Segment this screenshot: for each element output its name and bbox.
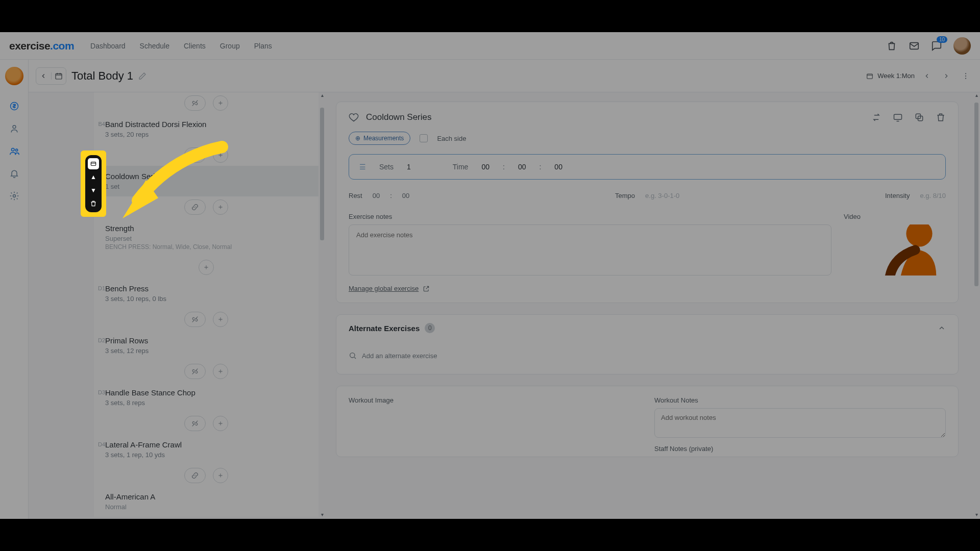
- scroll-down-icon[interactable]: ▾: [973, 512, 980, 519]
- brand-logo: exercise.com: [9, 40, 74, 52]
- add-button[interactable]: ＋: [213, 364, 228, 379]
- brand-name: exercise: [9, 40, 50, 52]
- rest-s[interactable]: 00: [402, 192, 409, 199]
- nav-schedule[interactable]: Schedule: [140, 42, 169, 50]
- trash-icon[interactable]: [936, 112, 946, 122]
- intensity-label: Intensity: [885, 192, 910, 199]
- scroll-thumb[interactable]: [974, 103, 978, 286]
- exercise-notes-input[interactable]: [349, 224, 831, 276]
- nav-dashboard[interactable]: Dashboard: [90, 42, 126, 50]
- people-icon[interactable]: [9, 145, 20, 157]
- user-avatar[interactable]: [953, 37, 971, 55]
- intensity-placeholder[interactable]: e.g. 8/10: [920, 192, 946, 199]
- exercise-code: D4: [96, 441, 105, 447]
- add-alternate-button[interactable]: Add an alternate exercise: [349, 352, 946, 360]
- main-scrollbar[interactable]: ▴ ▾: [973, 92, 980, 519]
- scroll-down-icon[interactable]: ▾: [318, 512, 326, 519]
- toolbar-move-up-icon[interactable]: ▲: [88, 171, 99, 183]
- back-button[interactable]: [36, 72, 52, 80]
- gear-icon[interactable]: [9, 190, 20, 202]
- exercise-item-d2[interactable]: D2 Primal Rows 3 sets, 12 reps: [94, 330, 318, 361]
- time-h[interactable]: 00: [481, 163, 489, 171]
- alternate-exercises-header[interactable]: Alternate Exercises 0: [336, 315, 958, 341]
- mail-icon[interactable]: [909, 40, 920, 52]
- prev-week-button[interactable]: [920, 69, 934, 83]
- list-scrollbar[interactable]: ▴ ▾: [318, 92, 326, 519]
- add-button[interactable]: ＋: [213, 199, 228, 215]
- add-button[interactable]: ＋: [213, 147, 228, 163]
- workout-notes-input[interactable]: [654, 408, 946, 438]
- exercise-detail: BENCH PRESS: Normal, Wide, Close, Normal: [105, 243, 309, 251]
- floating-toolbar-highlight: ▲ ▼: [81, 151, 106, 217]
- next-week-button[interactable]: [939, 69, 953, 83]
- svg-point-15: [350, 353, 355, 358]
- exercise-name: Handle Base Stance Chop: [105, 388, 309, 397]
- each-side-checkbox[interactable]: [420, 134, 428, 142]
- time-m[interactable]: 00: [518, 163, 526, 171]
- person-icon[interactable]: [9, 123, 20, 134]
- svg-point-10: [13, 195, 15, 197]
- exercise-item-cooldown[interactable]: Cooldown Series 1 set: [94, 166, 318, 196]
- add-button[interactable]: ＋: [213, 95, 228, 111]
- nav-plans[interactable]: Plans: [254, 42, 272, 50]
- exercise-item-all-american[interactable]: All-American A Normal: [94, 486, 318, 517]
- link-icon[interactable]: [184, 147, 206, 163]
- svg-point-4: [965, 75, 966, 76]
- exercise-item-strength[interactable]: Strength Superset BENCH PRESS: Normal, W…: [94, 218, 318, 257]
- rest-m[interactable]: 00: [373, 192, 380, 199]
- svg-point-14: [906, 224, 932, 247]
- drag-handle-icon[interactable]: ☰: [359, 163, 366, 171]
- nav-clients[interactable]: Clients: [184, 42, 206, 50]
- svg-point-3: [965, 73, 966, 74]
- add-button[interactable]: ＋: [213, 416, 228, 431]
- svg-rect-11: [894, 114, 902, 119]
- video-thumbnail[interactable]: [844, 224, 946, 276]
- more-menu-icon[interactable]: [959, 69, 973, 83]
- add-button[interactable]: ＋: [213, 312, 228, 327]
- app-mascot-icon[interactable]: [5, 67, 23, 85]
- exercise-item-b4[interactable]: B4 Band Distracted Dorsi Flexion 3 sets,…: [94, 114, 318, 144]
- tempo-label: Tempo: [615, 192, 635, 199]
- svg-point-9: [15, 149, 17, 151]
- edit-title-icon[interactable]: [138, 72, 146, 80]
- exercise-item-d4[interactable]: D4 Lateral A-Frame Crawl 3 sets, 1 rep, …: [94, 434, 318, 465]
- week-selector[interactable]: Week 1:Mon: [866, 72, 915, 80]
- unlink-icon[interactable]: [184, 312, 206, 327]
- manage-global-link[interactable]: Manage global exercise: [349, 285, 831, 292]
- nav-group[interactable]: Group: [220, 42, 240, 50]
- tempo-placeholder[interactable]: e.g. 3-0-1-0: [645, 192, 679, 199]
- scroll-thumb[interactable]: [320, 108, 324, 240]
- toolbar-card-icon[interactable]: [88, 158, 99, 169]
- display-icon[interactable]: [893, 112, 903, 122]
- svg-point-7: [13, 126, 16, 129]
- exercise-meta: 3 sets, 10 reps, 0 lbs: [105, 295, 309, 303]
- unlink-icon[interactable]: [184, 95, 206, 111]
- toolbar-move-down-icon[interactable]: ▼: [88, 185, 99, 196]
- exercise-item-d1[interactable]: D1 Bench Press 3 sets, 10 reps, 0 lbs: [94, 278, 318, 309]
- chat-icon[interactable]: 10: [931, 40, 942, 52]
- scroll-up-icon[interactable]: ▴: [973, 92, 980, 99]
- measurements-label: Measurements: [363, 135, 404, 142]
- measurements-chip[interactable]: ⊕ Measurements: [349, 132, 410, 145]
- time-s[interactable]: 00: [554, 163, 562, 171]
- sets-value[interactable]: 1: [407, 163, 411, 171]
- exercise-item-d3[interactable]: D3 Handle Base Stance Chop 3 sets, 8 rep…: [94, 382, 318, 413]
- bell-icon[interactable]: [9, 168, 20, 179]
- heart-icon[interactable]: [349, 112, 359, 122]
- scroll-up-icon[interactable]: ▴: [318, 92, 326, 99]
- calendar-icon[interactable]: [52, 72, 66, 80]
- unlink-icon[interactable]: [184, 416, 206, 431]
- copy-icon[interactable]: [914, 112, 924, 122]
- toolbar-delete-icon[interactable]: [88, 198, 99, 209]
- link-icon[interactable]: [184, 199, 206, 215]
- shopping-bag-icon[interactable]: [886, 40, 897, 52]
- svg-rect-2: [867, 73, 873, 78]
- add-button[interactable]: ＋: [199, 260, 214, 275]
- billing-icon[interactable]: [9, 101, 20, 112]
- add-button[interactable]: ＋: [213, 468, 228, 483]
- link-icon[interactable]: [184, 468, 206, 483]
- unlink-icon[interactable]: [184, 364, 206, 379]
- swap-icon[interactable]: [871, 112, 881, 122]
- mascot-large-icon: [874, 224, 946, 276]
- sets-bar[interactable]: ☰ Sets 1 Time 00 : 00 : 00: [349, 154, 946, 180]
